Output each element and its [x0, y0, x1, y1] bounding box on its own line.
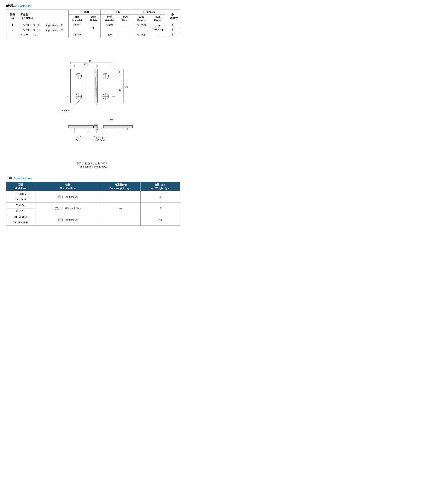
spec-table: 型番Model No. 仕様Specification 扉重量(kg)Door … [6, 182, 180, 226]
spec-row: TH-37SUS-L 穴付 With Holes 7.5 [7, 214, 180, 220]
col-header-th37sus: TH-37SUS [133, 10, 165, 15]
row2-name: ヒンジピース（B） Hinge Piece（B） [19, 28, 68, 33]
row2-qty: 1 [165, 28, 180, 33]
parts-list-title-en: Parts List [18, 4, 31, 8]
spec-model-th37bl: TH-37B-L [7, 191, 35, 197]
spec-model-th37susl: TH-37SUS-L [7, 214, 35, 220]
row3-name: シャフト Pin [19, 33, 68, 38]
dim-22: 22 [89, 60, 91, 62]
dim-30: 30 [125, 85, 128, 88]
caption-en: The figure shows L-type. [76, 165, 110, 168]
spec-model-th37susr: TH-37SUS-R [7, 220, 35, 226]
row1-fin-37: — [118, 23, 133, 33]
col-header-fin-b: 処理Finish [86, 15, 101, 23]
spec-model-th37l: TH-37-L [7, 203, 35, 208]
row3-mat-37: SUM [101, 33, 118, 38]
col-header-fin-sus: 処理Finish [150, 15, 165, 23]
row3-mat-sus: SUS303 [133, 33, 150, 38]
spec-header-spec: 仕様Specification [35, 182, 101, 191]
dim-phi2: φ2 [110, 118, 113, 121]
part-num-2: 2 [102, 137, 103, 140]
spec-spec-th37b: 穴付 With Holes [35, 191, 101, 203]
parts-table: 部番No. 部品名Part Name TH-37B TH-37 TH-37SUS… [6, 9, 180, 38]
spec-title-jp: 仕様 [6, 176, 12, 180]
spec-header-weight: 自重（g）Net Weight（g） [140, 182, 180, 191]
col-header-qty: 数Quantity [165, 10, 180, 23]
drawing-caption: 本図はL型を示したものです。 The figure shows L-type. [76, 162, 110, 168]
svg-line-77 [101, 128, 108, 134]
col-header-th37b: TH-37B [68, 10, 101, 15]
hole-label: 4-φ3.3 [62, 109, 69, 112]
row3-fin-37 [118, 33, 133, 38]
row3-no: 3 [7, 33, 19, 38]
svg-rect-70 [104, 126, 133, 128]
row1-mat-sus: SUS304 [133, 23, 150, 28]
spec-header-model: 型番Model No. [7, 182, 35, 191]
row1-fin-b: Ni [86, 23, 101, 33]
svg-line-56 [71, 100, 80, 109]
dim-18: 18 [119, 89, 121, 91]
spec-spec-th37: 穴ナシ Without Holes [35, 203, 101, 214]
spec-spec-th37sus: 穴付 With Holes [35, 214, 101, 226]
row3-fin-b [86, 33, 101, 38]
table-row: 3 シャフト Pin C3602 SUM SUS303 — 1 [7, 33, 180, 38]
col-header-fin-37: 処理Finish [118, 15, 133, 23]
col-header-th37: TH-37 [101, 10, 133, 15]
table-row: 1 ヒンジピース（A） Hinge Piece（A） C2801 Ni SPCC… [7, 23, 180, 28]
row3-fin-sus: — [150, 33, 165, 38]
spec-weight-th37sus: 7.5 [140, 214, 180, 226]
svg-rect-69 [68, 126, 97, 128]
drawing-area: 22 12.5 6 18 30 [6, 44, 180, 174]
spec-door-th37: — [101, 203, 140, 214]
svg-rect-22 [85, 69, 112, 103]
row2-mat-37 [101, 28, 118, 33]
spec-row: TH-37B-L 穴付 With Holes 9 [7, 191, 180, 197]
spec-weight-th37: 8 [140, 203, 180, 214]
row1-qty: 1 [165, 23, 180, 28]
spec-door-th37sus [101, 214, 140, 226]
spec-title-en: Specification [14, 177, 32, 180]
part-num-3: 3 [96, 137, 97, 140]
row2-mat-b [68, 28, 86, 33]
spec-row: TH-37-L 穴ナシ Without Holes — 8 [7, 203, 180, 208]
row3-mat-b: C3602 [68, 33, 86, 38]
parts-list-title-jp: ■部品表 [6, 4, 16, 8]
col-header-mat-sus: 材質Material [133, 15, 150, 23]
dim-6: 6 [119, 71, 120, 74]
row1-mat-37: SPCC [101, 23, 118, 28]
dim-12-5: 12.5 [84, 63, 88, 66]
spec-model-th37br: TH-37B-R [7, 197, 35, 203]
svg-line-63 [108, 121, 110, 123]
row2-no: 2 [7, 28, 19, 33]
svg-rect-21 [70, 69, 97, 103]
caption-jp: 本図はL型を示したものです。 [76, 162, 110, 165]
row1-fin-sus: 研磨Polishing [150, 23, 165, 33]
row1-no: 1 [7, 23, 19, 28]
row1-mat-b: C2801 [68, 23, 86, 28]
spec-weight-th37b: 9 [140, 191, 180, 203]
spec-title: 仕様 Specification [6, 176, 180, 180]
col-header-mat-b: 材質Material [68, 15, 86, 23]
part-num-1: 1 [78, 137, 79, 140]
col-header-partname: 部品名Part Name [19, 10, 68, 23]
spec-door-th37b [101, 191, 140, 203]
spec-model-th37r: TH-37-R [7, 208, 35, 214]
technical-drawing: 22 12.5 6 18 30 [33, 44, 153, 160]
parts-list-title: ■部品表 Parts List [6, 4, 180, 8]
row1-name: ヒンジピース（A） Hinge Piece（A） [19, 23, 68, 28]
svg-line-75 [87, 128, 91, 133]
col-header-mat-37: 材質Material [101, 15, 118, 23]
col-header-no: 部番No. [7, 10, 19, 23]
row3-qty: 1 [165, 33, 180, 38]
spec-header-door: 扉重量(kg)Door Weight（kg） [101, 182, 140, 191]
row2-mat-sus [133, 28, 150, 33]
